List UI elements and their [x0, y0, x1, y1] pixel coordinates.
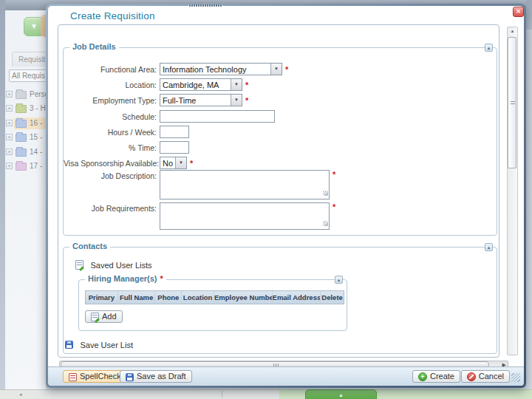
save-as-draft-button[interactable]: Save as Draft	[120, 370, 192, 383]
column-header-delete: Delete	[321, 291, 344, 304]
job-description-label: Job Description:	[64, 170, 157, 180]
required-marker: *	[160, 274, 163, 283]
contacts-legend: Contacts	[69, 242, 110, 250]
vertical-scrollbar[interactable]: ▲	[507, 27, 518, 355]
job-description-row: Job Description: *	[64, 170, 497, 200]
cancel-circle-icon	[467, 372, 476, 381]
required-marker: *	[285, 65, 288, 74]
job-details-legend: Job Details	[69, 42, 119, 51]
job-requirements-label: Job Requirements:	[64, 202, 157, 213]
job-details-fieldset: Job Details ▲ Functional Area: Informati…	[63, 47, 497, 236]
resize-grip-icon[interactable]	[323, 221, 328, 226]
expand-panel-handle[interactable]: ▲	[305, 389, 377, 399]
bottom-scrollbar[interactable]: ◂	[0, 389, 279, 399]
scroll-up-icon[interactable]: ▲	[508, 29, 517, 33]
hours-week-row: Hours / Week:	[64, 125, 497, 138]
column-header-phone: Phone	[155, 291, 182, 304]
floppy-disk-icon	[65, 341, 73, 349]
percent-time-row: % Time:	[64, 140, 497, 154]
chevron-up-icon: ▲	[338, 392, 344, 398]
plus-circle-icon: +	[418, 372, 427, 381]
dialog-resize-handle[interactable]	[511, 373, 520, 382]
dialog-title: Create Requisition	[70, 10, 155, 21]
hours-week-input[interactable]	[160, 126, 189, 138]
functional-area-row: Functional Area: Information Technology …	[64, 62, 497, 75]
screen: ▼ Requisiti All Requis + Perso + 3 - H +…	[0, 0, 532, 399]
floppy-disk-icon	[126, 373, 134, 381]
visa-value: No	[163, 158, 174, 168]
functional-area-label: Functional Area:	[64, 65, 157, 74]
percent-time-label: % Time:	[64, 143, 157, 152]
column-header-employee-number: Employee Number	[214, 291, 273, 304]
scroll-left-icon[interactable]: ◂	[19, 392, 22, 398]
required-marker: *	[245, 96, 248, 105]
collapse-icon[interactable]: ▲	[485, 44, 493, 52]
hiring-managers-legend-text: Hiring Manager(s)	[88, 274, 157, 283]
dialog-footer: SpellCheck Save as Draft +Create Cancel	[48, 366, 524, 386]
create-label: Create	[430, 372, 454, 381]
percent-time-input[interactable]	[160, 141, 189, 154]
job-requirements-textarea[interactable]	[160, 202, 330, 230]
employment-type-row: Employment Type: Full-Time ▼ *	[64, 93, 497, 106]
add-button-label: Add	[102, 312, 117, 321]
required-marker: *	[332, 170, 335, 179]
cancel-button[interactable]: Cancel	[461, 370, 510, 383]
add-hiring-manager-button[interactable]: Add	[85, 310, 123, 323]
schedule-input[interactable]	[160, 110, 275, 123]
user-list-icon	[75, 260, 83, 270]
column-header-email-address: Email Address	[273, 291, 321, 304]
employment-type-label: Employment Type:	[64, 96, 157, 105]
drag-handle-dots[interactable]	[188, 4, 222, 7]
hiring-managers-legend: Hiring Manager(s)*	[85, 274, 166, 283]
dropdown-arrow-icon[interactable]: ▼	[270, 64, 282, 75]
spellcheck-icon	[69, 373, 77, 381]
dropdown-arrow-icon[interactable]: ▼	[231, 95, 242, 106]
visa-select[interactable]: No ▼	[160, 157, 187, 169]
functional-area-value: Information Technology	[163, 64, 270, 75]
vertical-scrollbar-thumb[interactable]	[508, 37, 516, 168]
close-icon: ✕	[516, 8, 521, 15]
location-select[interactable]: Cambridge, MA ▼	[160, 78, 242, 91]
bottom-panel-bar: ▲	[279, 389, 532, 399]
hiring-managers-table-header: Primary Full Name Phone Location Employe…	[85, 290, 344, 304]
collapse-icon[interactable]: ▲	[335, 276, 343, 284]
dropdown-arrow-icon[interactable]: ▼	[231, 79, 242, 90]
column-header-primary: Primary	[86, 291, 118, 304]
schedule-row: Schedule:	[64, 109, 497, 123]
dropdown-arrow-icon[interactable]: ▼	[175, 157, 186, 168]
location-label: Location:	[64, 81, 157, 89]
required-marker: *	[245, 81, 248, 89]
scrollbar-grip	[511, 101, 515, 106]
schedule-label: Schedule:	[64, 112, 157, 121]
saved-user-lists-label: Saved User Lists	[90, 261, 151, 270]
employment-type-value: Full-Time	[163, 95, 230, 106]
save-user-list-label: Save User List	[80, 341, 133, 349]
dialog-content-area: Job Details ▲ Functional Area: Informati…	[58, 24, 499, 358]
collapse-icon[interactable]: ▲	[485, 243, 493, 251]
save-as-draft-label: Save as Draft	[137, 372, 186, 381]
hiring-managers-fieldset: Hiring Manager(s)* ▲ Primary Full Name P…	[78, 279, 347, 331]
create-requisition-dialog: ✕ Create Requisition Job Details ▲ Funct…	[46, 4, 526, 388]
functional-area-select[interactable]: Information Technology ▼	[160, 63, 282, 75]
spellcheck-label: SpellCheck	[80, 372, 121, 381]
cancel-label: Cancel	[479, 372, 504, 381]
location-value: Cambridge, MA	[163, 80, 230, 90]
employment-type-select[interactable]: Full-Time ▼	[160, 94, 242, 106]
add-user-icon	[91, 313, 99, 321]
column-header-full-name: Full Name	[118, 291, 156, 304]
location-row: Location: Cambridge, MA ▼ *	[64, 78, 497, 91]
required-marker: *	[190, 159, 193, 168]
resize-grip-icon[interactable]	[323, 191, 328, 196]
required-marker: *	[332, 202, 335, 211]
visa-row: Visa Sponsorship Available: No ▼ *	[64, 156, 497, 169]
create-button[interactable]: +Create	[412, 370, 460, 383]
spellcheck-button[interactable]: SpellCheck	[63, 370, 127, 383]
column-header-location: Location	[182, 291, 214, 304]
job-requirements-row: Job Requirements: *	[64, 202, 497, 230]
saved-user-lists-link[interactable]: Saved User Lists	[75, 258, 152, 271]
save-user-list-link[interactable]: Save User List	[65, 338, 133, 351]
hours-week-label: Hours / Week:	[64, 128, 157, 137]
visa-label: Visa Sponsorship Available:	[64, 159, 157, 168]
close-button[interactable]: ✕	[513, 7, 524, 17]
job-description-textarea[interactable]	[160, 170, 330, 200]
